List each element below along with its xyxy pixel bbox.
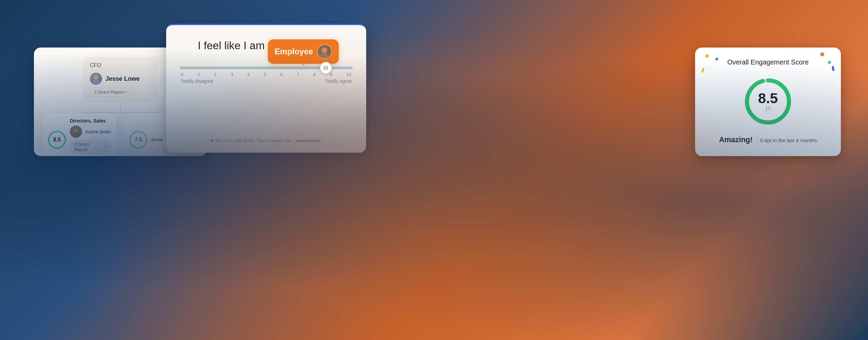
slider-handle[interactable] bbox=[320, 62, 332, 74]
handle-bar-2 bbox=[326, 66, 326, 70]
handle-bars bbox=[324, 66, 328, 70]
handle-bar-3 bbox=[327, 66, 328, 70]
handle-bar-1 bbox=[324, 66, 324, 70]
bg-overlay bbox=[0, 0, 868, 340]
